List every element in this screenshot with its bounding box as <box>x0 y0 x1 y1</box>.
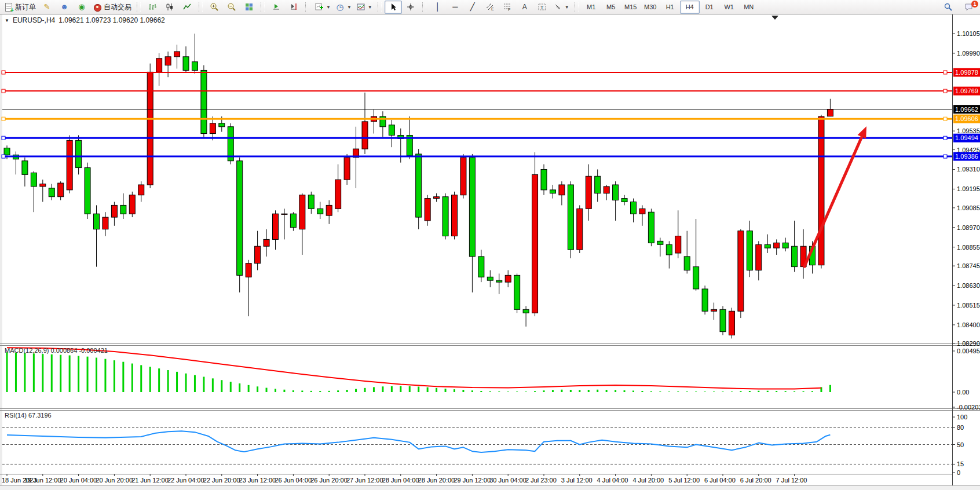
fibonacci-tool-button[interactable]: F <box>499 1 516 14</box>
rsi-axis-label: 15 <box>957 460 964 467</box>
mql5-community-button[interactable]: ☻ <box>56 1 73 14</box>
signals-icon: ◉ <box>77 2 86 12</box>
line-handle[interactable] <box>2 155 5 158</box>
candle-body <box>281 214 287 214</box>
zoom-out-button[interactable] <box>223 1 240 14</box>
candle-body <box>40 184 46 187</box>
price-tick-label: 1.09085 <box>957 204 980 211</box>
macd-histogram-bar <box>454 389 455 392</box>
clock-icon: ◷ <box>335 2 345 12</box>
price-badge-1.09662: 1.09662 <box>953 105 980 114</box>
timeframe-button-m30[interactable]: M30 <box>641 1 660 14</box>
timeframe-button-m15[interactable]: M15 <box>621 1 641 14</box>
macd-histogram-bar <box>722 392 724 392</box>
text-label-tool-button[interactable]: T <box>533 1 551 14</box>
time-tick-label: 7 Jul 12:00 <box>776 477 807 484</box>
vertical-line-tool-button[interactable]: │ <box>429 1 447 14</box>
candle-body <box>460 158 466 195</box>
macd-histogram-bar <box>471 390 473 392</box>
autotrading-button[interactable]: 自动交易 <box>90 1 134 14</box>
candle-body <box>478 257 484 277</box>
arrows-tool-button[interactable]: ▼ <box>551 1 572 14</box>
new-order-button[interactable]: + 新订单 <box>2 1 38 14</box>
macd-histogram-bar <box>310 391 312 392</box>
timeframe-button-m1[interactable]: M1 <box>582 1 601 14</box>
line-handle[interactable] <box>2 71 5 74</box>
price-tick-label: 1.08970 <box>957 224 980 231</box>
crosshair-icon <box>406 2 415 12</box>
candle-body <box>201 70 207 133</box>
line-handle[interactable] <box>944 155 947 158</box>
chart-title[interactable]: ▼ EURUSD-,H4 1.09621 1.09723 1.09620 1.0… <box>5 16 165 24</box>
zoom-in-button[interactable] <box>206 1 223 14</box>
indicators-button[interactable]: ▼ <box>312 1 333 14</box>
rsi-axis-label: 100 <box>957 414 967 420</box>
line-handle[interactable] <box>944 136 947 140</box>
candle-body <box>389 125 394 136</box>
time-tick-label: 6 Jul 20:00 <box>740 477 771 484</box>
timeframe-button-d1[interactable]: D1 <box>700 1 719 14</box>
candlestick-chart-button[interactable] <box>161 1 178 14</box>
line-handle[interactable] <box>2 117 5 120</box>
horizontal-line-tool-button[interactable]: ─ <box>447 1 464 14</box>
chart-shift-button[interactable] <box>285 1 302 14</box>
svg-text:F: F <box>508 8 510 12</box>
macd-histogram-bar <box>292 390 294 392</box>
line-chart-button[interactable] <box>178 1 196 14</box>
macd-histogram-bar <box>793 392 795 392</box>
macd-histogram-bar <box>668 392 670 392</box>
cursor-button[interactable] <box>385 1 402 14</box>
macd-histogram-bar <box>33 353 35 392</box>
candle-body <box>496 280 502 282</box>
macd-histogram-bar <box>104 359 106 392</box>
candle-body <box>120 205 126 214</box>
autotrading-icon <box>93 2 102 12</box>
line-handle[interactable] <box>944 117 947 120</box>
trendline-tool-button[interactable]: ╱ <box>464 1 481 14</box>
search-button[interactable] <box>939 1 957 14</box>
candle-body <box>22 161 28 175</box>
line-handle[interactable] <box>2 136 5 140</box>
timeframe-button-h4[interactable]: H4 <box>680 1 700 14</box>
price-badge-1.09494: 1.09494 <box>953 134 980 142</box>
new-order-label: 新订单 <box>15 2 36 12</box>
timeframe-button-w1[interactable]: W1 <box>719 1 739 14</box>
signals-button[interactable]: ◉ <box>73 1 90 14</box>
auto-scroll-button[interactable] <box>268 1 285 14</box>
timeframe-button-mn[interactable]: MN <box>739 1 759 14</box>
macd-histogram-bar <box>230 382 232 392</box>
macd-histogram-bar <box>239 383 240 392</box>
line-handle[interactable] <box>2 89 5 93</box>
line-handle[interactable] <box>944 71 947 74</box>
status-bar <box>0 485 980 490</box>
equidistant-channel-button[interactable]: E <box>481 1 499 14</box>
chart-symbol-period: EURUSD-,H4 <box>13 16 55 24</box>
periods-button[interactable]: ◷ ▼ <box>333 1 354 14</box>
price-badge-1.09386: 1.09386 <box>953 152 980 161</box>
horizontal-line-icon: ─ <box>451 2 460 12</box>
line-handle[interactable] <box>944 89 947 93</box>
text-tool-button[interactable]: A <box>516 1 533 14</box>
bar-chart-button[interactable] <box>144 1 161 14</box>
chevron-down-icon: ▼ <box>565 5 569 10</box>
timeframe-button-h1[interactable]: H1 <box>660 1 680 14</box>
timeframe-button-m5[interactable]: M5 <box>601 1 621 14</box>
candle-body <box>174 52 180 57</box>
candle-body <box>514 275 520 309</box>
tile-windows-button[interactable] <box>240 1 258 14</box>
notifications-button[interactable]: 1 <box>960 1 978 14</box>
candle-body <box>264 239 269 246</box>
macd-histogram-bar <box>328 391 330 392</box>
candle-body <box>85 168 90 214</box>
chart-canvas[interactable]: 1.101051.099901.095351.094251.093101.091… <box>0 0 980 490</box>
macd-histogram-bar <box>257 386 258 392</box>
candle-body <box>308 195 314 209</box>
candle-body <box>49 188 54 197</box>
metaeditor-button[interactable]: ✎ <box>38 1 56 14</box>
templates-button[interactable]: ▼ <box>354 1 375 14</box>
crosshair-button[interactable] <box>402 1 419 14</box>
bar-chart-icon <box>148 2 157 12</box>
macd-histogram-bar <box>427 387 429 392</box>
chevron-down-icon: ▼ <box>326 5 331 10</box>
macd-histogram-bar <box>87 357 89 392</box>
